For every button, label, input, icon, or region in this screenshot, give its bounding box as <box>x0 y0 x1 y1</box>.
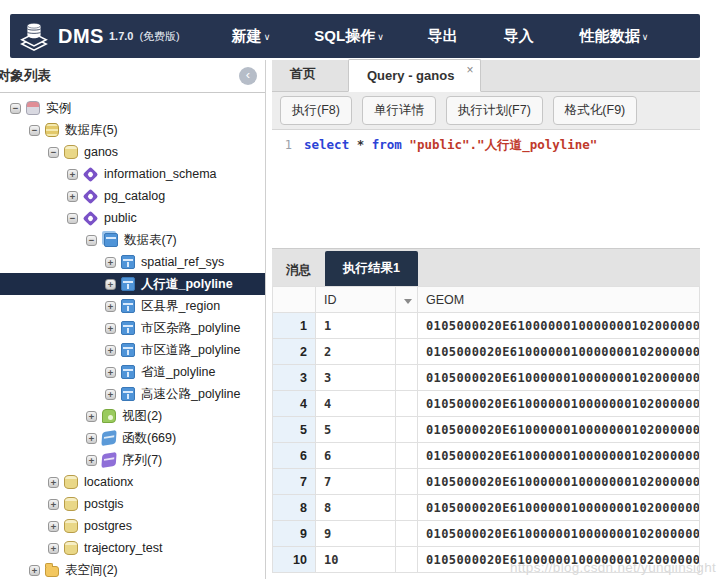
table-row[interactable]: 880105000020E610000001000000010200000002… <box>273 495 700 521</box>
table-row[interactable]: 990105000020E610000001000000010200000014… <box>273 521 700 547</box>
sql-editor[interactable]: 1 select * from "public"."人行道_polyline" <box>272 130 700 248</box>
expand-node-icon[interactable]: + <box>48 521 59 532</box>
row-number-cell[interactable]: 7 <box>273 469 316 495</box>
table-row[interactable]: 330105000020E610000001000000010200000002… <box>273 365 700 391</box>
explain-plan-button[interactable]: 执行计划(F7) <box>446 96 543 125</box>
tab-messages[interactable]: 消息 <box>272 255 325 286</box>
id-cell[interactable]: 8 <box>316 495 396 521</box>
geom-cell[interactable]: 0105000020E6100000010000000102000000030 <box>418 391 700 417</box>
menu-sql-operations[interactable]: SQL操作∨ <box>314 27 383 46</box>
collapse-node-icon[interactable]: − <box>10 103 21 114</box>
tree-item-省道_polyline[interactable]: +省道_polyline <box>0 361 265 383</box>
expand-node-icon[interactable]: + <box>105 257 116 268</box>
id-cell[interactable]: 7 <box>316 469 396 495</box>
execute-button[interactable]: 执行(F8) <box>280 96 352 125</box>
geom-cell[interactable]: 0105000020E6100000010000000102000000020 <box>418 313 700 339</box>
id-cell[interactable]: 10 <box>316 547 396 573</box>
expand-node-icon[interactable]: + <box>105 345 116 356</box>
id-cell[interactable]: 5 <box>316 417 396 443</box>
tree-item-数据库(5)[interactable]: −数据库(5) <box>0 119 265 141</box>
tree-item-实例[interactable]: −实例 <box>0 97 265 119</box>
row-number-cell[interactable]: 3 <box>273 365 316 391</box>
tree-item-postgis[interactable]: +postgis <box>0 493 265 515</box>
row-number-cell[interactable]: 5 <box>273 417 316 443</box>
tab-result-set-1[interactable]: 执行结果1 <box>325 251 418 286</box>
tree-item-spatial_ref_sys[interactable]: +spatial_ref_sys <box>0 251 265 273</box>
tree-item-数据表(7)[interactable]: −数据表(7) <box>0 229 265 251</box>
sql-code-line[interactable]: select * from "public"."人行道_polyline" <box>296 130 597 248</box>
tree-item-postgres[interactable]: +postgres <box>0 515 265 537</box>
expand-node-icon[interactable]: + <box>105 279 116 290</box>
id-cell[interactable]: 1 <box>316 313 396 339</box>
geom-cell[interactable]: 0105000020E6100000010000000102000000060 <box>418 443 700 469</box>
tree-item-市区道路_polyline[interactable]: +市区道路_polyline <box>0 339 265 361</box>
expand-node-icon[interactable]: + <box>86 455 97 466</box>
menu-import[interactable]: 导入 <box>504 27 536 46</box>
collapse-node-icon[interactable]: − <box>29 125 40 136</box>
column-header-id[interactable]: ID <box>316 287 396 313</box>
caret-down-icon[interactable] <box>404 299 412 304</box>
row-number-cell[interactable]: 10 <box>273 547 316 573</box>
single-row-detail-button[interactable]: 单行详情 <box>362 96 436 125</box>
menu-performance-data[interactable]: 性能数据∨ <box>580 27 649 46</box>
column-filter-cell[interactable] <box>396 287 418 313</box>
row-number-cell[interactable]: 4 <box>273 391 316 417</box>
expand-node-icon[interactable]: + <box>67 191 78 202</box>
table-row[interactable]: 440105000020E610000001000000010200000003… <box>273 391 700 417</box>
expand-node-icon[interactable]: + <box>105 301 116 312</box>
table-row[interactable]: 770105000020E610000001000000010200000004… <box>273 469 700 495</box>
tree-item-序列(7)[interactable]: +序列(7) <box>0 449 265 471</box>
tree-item-区县界_region[interactable]: +区县界_region <box>0 295 265 317</box>
format-button[interactable]: 格式化(F9) <box>553 96 637 125</box>
expand-node-icon[interactable]: + <box>67 169 78 180</box>
tree-item-information_schema[interactable]: +information_schema <box>0 163 265 185</box>
tree-item-locationx[interactable]: +locationx <box>0 471 265 493</box>
menu-new[interactable]: 新建∨ <box>232 27 271 46</box>
tree-item-public[interactable]: −public <box>0 207 265 229</box>
geom-cell[interactable]: 0105000020E6100000010000000102000000040 <box>418 469 700 495</box>
row-number-cell[interactable]: 2 <box>273 339 316 365</box>
geom-cell[interactable]: 0105000020E6100000010000000102000000020 <box>418 417 700 443</box>
tree-item-人行道_polyline[interactable]: +人行道_polyline <box>0 273 265 295</box>
chevron-left-icon[interactable]: ‹ <box>239 67 257 85</box>
tree-item-市区杂路_polyline[interactable]: +市区杂路_polyline <box>0 317 265 339</box>
collapse-node-icon[interactable]: − <box>67 213 78 224</box>
tree-item-ganos[interactable]: −ganos <box>0 141 265 163</box>
id-cell[interactable]: 6 <box>316 443 396 469</box>
geom-cell[interactable]: 0105000020E6100000010000000102000000140 <box>418 521 700 547</box>
collapse-node-icon[interactable]: − <box>48 147 59 158</box>
id-cell[interactable]: 4 <box>316 391 396 417</box>
expand-node-icon[interactable]: + <box>29 565 40 576</box>
row-number-cell[interactable]: 1 <box>273 313 316 339</box>
tab-query-ganos[interactable]: Query - ganos × <box>348 59 481 92</box>
expand-node-icon[interactable]: + <box>86 433 97 444</box>
collapse-node-icon[interactable]: − <box>86 235 97 246</box>
expand-node-icon[interactable]: + <box>48 477 59 488</box>
tab-home[interactable]: 首页 <box>272 57 334 91</box>
table-row[interactable]: 110105000020E610000001000000010200000002… <box>273 313 700 339</box>
tree-item-trajectory_test[interactable]: +trajectory_test <box>0 537 265 559</box>
expand-node-icon[interactable]: + <box>48 499 59 510</box>
row-number-cell[interactable]: 8 <box>273 495 316 521</box>
tree-item-高速公路_polyline[interactable]: +高速公路_polyline <box>0 383 265 405</box>
geom-cell[interactable]: 0105000020E6100000010000000102000000020 <box>418 339 700 365</box>
table-row[interactable]: 550105000020E610000001000000010200000002… <box>273 417 700 443</box>
tree-item-视图(2)[interactable]: +视图(2) <box>0 405 265 427</box>
expand-node-icon[interactable]: + <box>105 389 116 400</box>
tree-item-表空间(2)[interactable]: +表空间(2) <box>0 559 265 579</box>
menu-export[interactable]: 导出 <box>428 27 460 46</box>
tree-item-函数(669)[interactable]: +函数(669) <box>0 427 265 449</box>
id-cell[interactable]: 3 <box>316 365 396 391</box>
expand-node-icon[interactable]: + <box>86 411 97 422</box>
expand-node-icon[interactable]: + <box>105 367 116 378</box>
row-number-cell[interactable]: 9 <box>273 521 316 547</box>
row-number-cell[interactable]: 6 <box>273 443 316 469</box>
table-row[interactable]: 220105000020E610000001000000010200000002… <box>273 339 700 365</box>
id-cell[interactable]: 2 <box>316 339 396 365</box>
close-icon[interactable]: × <box>466 63 473 77</box>
geom-cell[interactable]: 0105000020E6100000010000000102000000020 <box>418 495 700 521</box>
expand-node-icon[interactable]: + <box>48 543 59 554</box>
expand-node-icon[interactable]: + <box>105 323 116 334</box>
tree-item-pg_catalog[interactable]: +pg_catalog <box>0 185 265 207</box>
table-row[interactable]: 660105000020E610000001000000010200000006… <box>273 443 700 469</box>
